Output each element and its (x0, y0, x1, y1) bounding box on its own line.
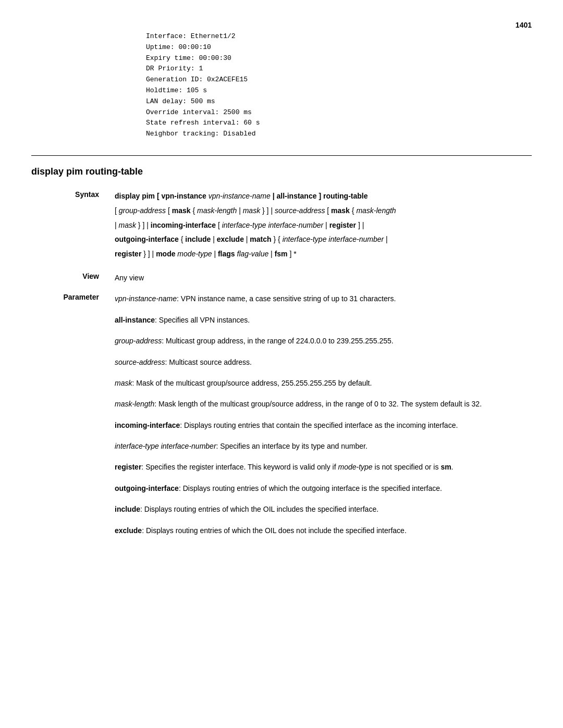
code-line-7: LAN delay: 500 ms (146, 96, 563, 107)
param-desc-source: : Multicast source address. (165, 358, 252, 366)
code-line-9: State refresh interval: 60 s (146, 118, 563, 129)
syntax-text-7: { (350, 206, 356, 215)
page-number: 1401 (516, 21, 532, 29)
syntax-include: include (185, 235, 211, 243)
param-name-mask: mask (115, 379, 132, 387)
syntax-mask2: mask (119, 221, 136, 229)
syntax-outgoing: outgoing-interface (115, 235, 179, 243)
syntax-src-addr: source-address (275, 206, 325, 215)
param-name-source: source-address (115, 358, 165, 366)
view-label: View (31, 272, 115, 280)
code-line-4: DR Priority: 1 (146, 64, 563, 75)
syntax-incoming: incoming-interface (151, 221, 216, 229)
syntax-register1: register (329, 221, 356, 229)
syntax-mask-kw: mask (172, 206, 191, 215)
syntax-flags: flags (218, 250, 235, 258)
syntax-pipe-8: | (268, 250, 274, 258)
syntax-text-5: } ] | (260, 206, 275, 215)
param-mask-length: mask-length: Mask length of the multicas… (115, 398, 532, 410)
param-outgoing-interface: outgoing-interface: Displays routing ent… (115, 483, 532, 494)
syntax-mask-length: mask-length (197, 206, 237, 215)
syntax-text-8: } ] | (136, 221, 151, 229)
syntax-vpn-name: vpn-instance-name (209, 192, 271, 200)
param-desc-mask-length: : Mask length of the multicast group/sou… (154, 400, 482, 408)
parameter-row: Parameter vpn-instance-name: VPN instanc… (31, 293, 532, 546)
param-desc-register-1: : Specifies the register interface. This… (141, 463, 338, 471)
parameter-content: vpn-instance-name: VPN instance name, a … (115, 293, 532, 546)
param-name-exclude: exclude (115, 526, 142, 535)
param-desc-register-2: is not specified or is (373, 463, 441, 471)
syntax-text-11: { (179, 235, 185, 243)
section-divider (31, 155, 532, 156)
syntax-line-3: | mask } ] | incoming-interface [ interf… (115, 219, 532, 232)
param-sm-ref: sm (440, 463, 451, 471)
param-desc-register-3: . (451, 463, 454, 471)
syntax-mask-length2: mask-length (356, 206, 396, 215)
param-name-register: register (115, 463, 141, 471)
param-include: include: Displays routing entries of whi… (115, 503, 532, 515)
code-line-2: Uptime: 00:00:10 (146, 42, 563, 53)
param-name-group: group-address (115, 337, 162, 345)
syntax-text-12: } { (272, 235, 283, 243)
param-desc-outgoing: : Displays routing entries of which the … (179, 484, 442, 492)
param-name-incoming: incoming-interface (115, 421, 180, 429)
syntax-line-5: register } ] | mode mode-type | flags fl… (115, 248, 532, 261)
code-line-8: Override interval: 2500 ms (146, 107, 563, 118)
param-desc-include: : Displays routing entries of which the … (140, 505, 378, 513)
param-mode-type-ref: mode-type (338, 463, 372, 471)
param-register: register: Specifies the register interfa… (115, 461, 532, 473)
syntax-pipe-1: | (237, 206, 242, 215)
syntax-mode: mode (156, 250, 175, 258)
syntax-text-1: display pim [ vpn-instance (115, 192, 209, 200)
param-desc-all: : Specifies all VPN instances. (155, 316, 250, 324)
param-name-mask-length: mask-length (115, 400, 154, 408)
syntax-pipe-7: | (212, 250, 218, 258)
syntax-text-6: [ (325, 206, 331, 215)
view-content: Any view (115, 272, 532, 283)
syntax-text-3: [ (166, 206, 172, 215)
syntax-text-9: [ (216, 221, 222, 229)
syntax-fsm: fsm (275, 250, 288, 258)
content-area: Syntax display pim [ vpn-instance vpn-in… (31, 190, 532, 546)
param-all-instance: all-instance: Specifies all VPN instance… (115, 314, 532, 326)
syntax-mask: mask (243, 206, 260, 215)
syntax-group-addr: group-address (119, 206, 166, 215)
param-name-vpn: vpn-instance-name (115, 294, 177, 303)
syntax-line-1: display pim [ vpn-instance vpn-instance-… (115, 190, 532, 203)
syntax-pipe-4: | (211, 235, 216, 243)
code-block: Interface: Ethernet1/2 Uptime: 00:00:10 … (146, 31, 563, 140)
param-desc-group: : Multicast group address, in the range … (162, 337, 393, 345)
param-desc-exclude: : Displays routing entries of which the … (142, 526, 407, 535)
syntax-text-14: ] * (288, 250, 297, 258)
syntax-row: Syntax display pim [ vpn-instance vpn-in… (31, 190, 532, 263)
syntax-mode-type: mode-type (177, 250, 212, 258)
syntax-bracket-1: [ (115, 206, 119, 215)
syntax-text-2: | all-instance ] routing-table (271, 192, 368, 200)
param-desc-if-type: : Specifies an interface by its type and… (216, 442, 368, 450)
syntax-pipe-2: | (115, 221, 119, 229)
syntax-pipe-3: | (323, 221, 329, 229)
syntax-match: match (250, 235, 271, 243)
param-name-all: all-instance (115, 316, 155, 324)
syntax-exclude: exclude (217, 235, 244, 243)
syntax-pipe-6: | (384, 235, 388, 243)
syntax-text-13: } ] | (141, 250, 156, 258)
param-name-if-type: interface-type interface-number (115, 442, 216, 450)
param-desc-incoming: : Displays routing entries that contain … (180, 421, 458, 429)
param-interface-type-number: interface-type interface-number: Specifi… (115, 440, 532, 452)
code-line-1: Interface: Ethernet1/2 (146, 31, 563, 42)
syntax-line-4: outgoing-interface { include | exclude |… (115, 233, 532, 246)
view-row: View Any view (31, 272, 532, 283)
param-group-address: group-address: Multicast group address, … (115, 335, 532, 347)
syntax-label: Syntax (31, 190, 115, 199)
syntax-line-2: [ group-address [ mask { mask-length | m… (115, 205, 532, 217)
syntax-if-type2: interface-type interface-number (283, 235, 384, 243)
syntax-text-10: ] | (356, 221, 364, 229)
syntax-content: display pim [ vpn-instance vpn-instance-… (115, 190, 532, 263)
section-title: display pim routing-table (31, 166, 563, 177)
syntax-register2: register (115, 250, 141, 258)
code-line-10: Neighbor tracking: Disabled (146, 129, 563, 140)
param-desc-vpn: : VPN instance name, a case sensitive st… (177, 294, 396, 303)
param-name-outgoing: outgoing-interface (115, 484, 179, 492)
code-line-5: Generation ID: 0x2ACEFE15 (146, 75, 563, 85)
